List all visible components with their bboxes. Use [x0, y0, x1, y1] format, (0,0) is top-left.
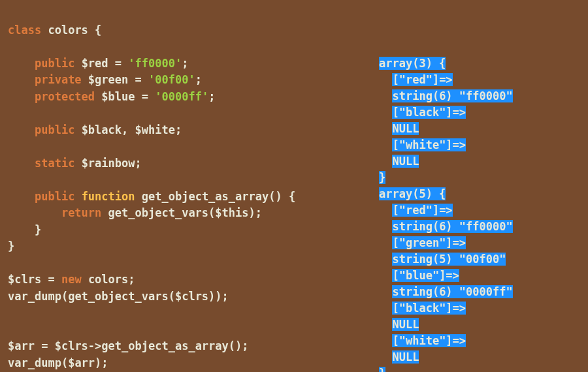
output-line: ["red"]=>: [379, 204, 453, 217]
output-line: string(6) "ff0000": [379, 220, 513, 233]
function-call: var_dump: [8, 356, 61, 369]
function-call: get_object_vars: [68, 290, 169, 303]
output-line: string(5) "00f00": [379, 253, 506, 266]
keyword-public: public: [35, 190, 74, 203]
var-arr: $arr: [68, 356, 95, 369]
code-line: return get_object_vars($this);: [8, 206, 262, 219]
keyword-public: public: [35, 57, 74, 70]
selected-text: ["red"]=>: [392, 73, 452, 86]
paren-close: ): [208, 290, 215, 303]
code-line: protected $blue = '0000ff';: [8, 90, 215, 103]
function-name: get_object_as_array: [142, 190, 269, 203]
selected-text: }: [379, 367, 385, 372]
var-red: $red: [82, 57, 108, 70]
paren-open: (: [208, 206, 215, 219]
selected-text: ["red"]=>: [392, 204, 452, 217]
selected-text: NULL: [392, 318, 419, 331]
open-brace: {: [289, 190, 295, 203]
string-literal: '00f00': [148, 73, 195, 86]
keyword-new: new: [61, 273, 82, 286]
var-clrs: $clrs: [8, 273, 41, 286]
selected-text: array(5) {: [379, 187, 446, 200]
selected-text: string(6) "0000ff": [392, 285, 512, 298]
keyword-protected: protected: [35, 90, 95, 103]
function-call: var_dump: [8, 290, 61, 303]
keyword-private: private: [35, 73, 82, 86]
assign-op: =: [41, 273, 61, 286]
output-line: ["red"]=>: [379, 73, 453, 86]
paren-open: (: [61, 290, 68, 303]
paren-close: ): [95, 356, 101, 369]
var-clrs: $clrs: [175, 290, 208, 303]
output-line: ["blue"]=>: [379, 269, 459, 282]
output-line: NULL: [379, 122, 419, 135]
paren-close: ): [249, 206, 255, 219]
empty-paren: (): [229, 339, 242, 352]
class-ref: colors: [88, 273, 128, 286]
selected-text: ["black"]=>: [392, 106, 466, 119]
method-call: get_object_as_array: [101, 339, 228, 352]
paren-open: (: [169, 290, 175, 303]
code-line: public $red = 'ff0000';: [8, 57, 188, 70]
code-line: class colors {: [8, 23, 101, 37]
code-line: public function get_object_as_array() {: [8, 190, 295, 203]
output-line: string(6) "0000ff": [379, 285, 513, 298]
assign-op: =: [128, 73, 148, 86]
selected-text: NULL: [392, 155, 419, 168]
semicolon: ;: [175, 123, 182, 136]
semicolon: ;: [195, 73, 202, 86]
code-editor[interactable]: class colors { public $red = 'ff0000'; p…: [8, 5, 295, 371]
code-line: public $black, $white;: [8, 123, 182, 136]
output-line: }: [379, 171, 385, 184]
assign-op: =: [35, 339, 55, 352]
semicolon: ;: [208, 90, 215, 103]
code-line: }: [8, 240, 14, 253]
code-line: var_dump(get_object_vars($clrs));: [8, 290, 229, 303]
selected-text: string(5) "00f00": [392, 253, 506, 266]
var-green: $green: [88, 73, 128, 86]
var-black: $black: [82, 123, 122, 136]
output-line: NULL: [379, 318, 419, 331]
string-literal: 'ff0000': [128, 57, 182, 70]
var-rainbow: $rainbow: [82, 157, 135, 170]
semicolon: ;: [242, 339, 248, 352]
keyword-return: return: [61, 206, 101, 219]
selected-text: string(6) "ff0000": [392, 220, 512, 233]
code-line: }: [8, 223, 41, 236]
output-console[interactable]: array(3) { ["red"]=> string(6) "ff0000" …: [379, 39, 513, 372]
var-white: $white: [135, 123, 175, 136]
code-line: $arr = $clrs->get_object_as_array();: [8, 339, 249, 352]
output-line: ["white"]=>: [379, 334, 466, 347]
keyword-static: static: [35, 157, 74, 170]
output-line: ["green"]=>: [379, 236, 466, 249]
var-blue: $blue: [101, 90, 135, 103]
arrow-op: ->: [88, 339, 101, 352]
output-line: string(6) "ff0000": [379, 89, 513, 102]
selected-text: ["blue"]=>: [392, 269, 459, 282]
keyword-class: class: [8, 23, 41, 37]
selected-text: ["green"]=>: [392, 236, 466, 249]
open-brace: {: [95, 23, 101, 37]
class-name: colors: [48, 23, 88, 37]
var-clrs: $clrs: [55, 339, 88, 352]
code-line: private $green = '00f00';: [8, 73, 202, 86]
close-brace: }: [35, 223, 41, 236]
semicolon: ;: [182, 57, 188, 70]
string-literal: '0000ff': [155, 90, 208, 103]
semicolon: ;: [101, 356, 108, 369]
semicolon: ;: [128, 273, 135, 286]
close-brace: }: [8, 240, 14, 253]
selected-text: string(6) "ff0000": [392, 89, 512, 102]
var-this: $this: [215, 206, 248, 219]
output-line: ["white"]=>: [379, 138, 466, 151]
code-line: $clrs = new colors;: [8, 273, 135, 286]
assign-op: =: [108, 57, 129, 70]
paren-open: (: [269, 190, 275, 203]
code-line: static $rainbow;: [8, 157, 142, 170]
output-line: }: [379, 367, 385, 372]
code-line: var_dump($arr);: [8, 356, 108, 369]
var-arr: $arr: [8, 339, 35, 352]
output-line: array(3) {: [379, 57, 446, 70]
semicolon: ;: [222, 290, 229, 303]
function-call: get_object_vars: [108, 206, 209, 219]
